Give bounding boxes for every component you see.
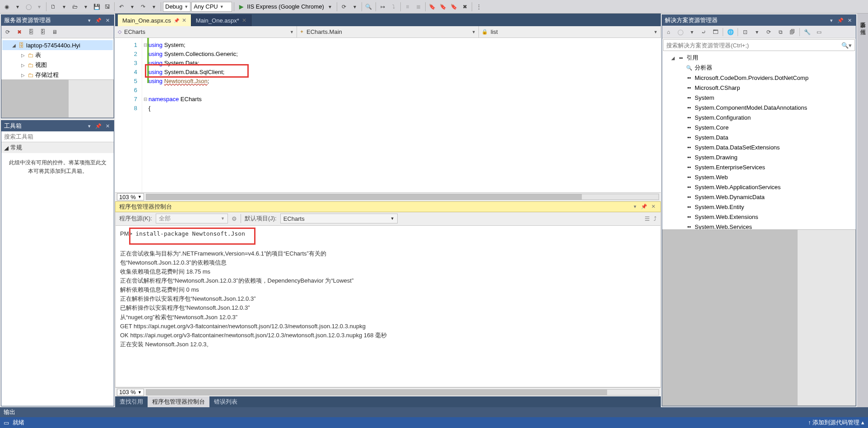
pin-icon[interactable]: 📌 — [174, 18, 179, 23]
reference-item[interactable]: ▪▪System.Configuration — [662, 112, 856, 122]
code-editor[interactable]: 12345678 ⊟⊟ using System;using System.Co… — [115, 38, 661, 192]
sync-icon[interactable]: ⤾ — [699, 28, 708, 37]
gear-icon[interactable]: ⚙ — [232, 215, 237, 222]
editor-zoom[interactable]: 103 %▼ — [117, 193, 144, 200]
close-icon[interactable]: ✕ — [650, 203, 657, 210]
overflow-icon[interactable]: ⋮ — [474, 2, 484, 12]
pmc-source-combo[interactable]: 全部▼ — [156, 214, 228, 223]
toolbox-search[interactable] — [1, 131, 114, 142]
editor-tab[interactable]: Main_One.aspx.cs📌✕ — [118, 14, 191, 26]
run-icon[interactable]: ▶ — [236, 2, 246, 12]
bookmark-prev-icon[interactable]: 🔖 — [449, 2, 459, 12]
bookmark-clear-icon[interactable]: ✖ — [460, 2, 470, 12]
search-icon[interactable]: 🔍▾ — [839, 42, 854, 49]
globe-icon[interactable]: 🌐 — [726, 28, 735, 37]
open-file-drop[interactable]: ▾ — [81, 2, 91, 12]
toolbox-category[interactable]: ◢常规 — [1, 142, 114, 153]
reference-item[interactable]: ▪▪System.EnterpriseServices — [662, 162, 856, 172]
reference-item[interactable]: ▪▪Microsoft.CodeDom.Providers.DotNetComp — [662, 73, 856, 83]
align-left-icon[interactable]: ≡ — [403, 2, 413, 12]
reference-item[interactable]: ▪▪System.Web.Entity — [662, 202, 856, 212]
close-icon[interactable]: ✕ — [182, 17, 186, 23]
save-all-icon[interactable]: 🖫 — [102, 2, 112, 12]
nav-back-icon[interactable]: ◉ — [2, 2, 12, 12]
run-drop[interactable]: ▾ — [325, 2, 335, 12]
tree-node[interactable]: ▷🗀存储过程 — [2, 70, 113, 79]
reference-item[interactable]: ▪▪System.Web.Extensions — [662, 212, 856, 222]
connect-db2-icon[interactable]: 🗄 — [38, 28, 47, 37]
console-zoom[interactable]: 103 %▼ — [117, 389, 144, 396]
redo-drop[interactable]: ▾ — [149, 2, 159, 12]
run-target[interactable]: IIS Express (Google Chrome) — [247, 3, 324, 10]
undo-drop[interactable]: ▾ — [127, 2, 137, 12]
undo-icon[interactable]: ↶ — [116, 2, 126, 12]
pin-icon[interactable]: 📌 — [95, 122, 102, 130]
reference-item[interactable]: ▪▪Microsoft.CSharp — [662, 83, 856, 93]
server-tree[interactable]: ◢🗄laptop-5745440o.Hyi ▷🗀表▷🗀视图▷🗀存储过程▷🗀函数▷… — [1, 38, 114, 79]
reference-item[interactable]: ▪▪System.Core — [662, 122, 856, 132]
open-file-icon[interactable]: 🗁 — [70, 2, 80, 12]
bottom-tab[interactable]: 错误列表 — [209, 396, 242, 407]
panel-menu-icon[interactable]: ▾ — [86, 17, 93, 24]
reference-item[interactable]: ▪▪System.Drawing — [662, 152, 856, 162]
stop-icon[interactable]: ✖ — [15, 28, 24, 37]
reference-item[interactable]: ▪▪System.Data — [662, 132, 856, 142]
diagnostics-tab[interactable]: 诊断工具 — [858, 16, 868, 20]
close-icon[interactable]: ✕ — [104, 17, 111, 24]
nav-back-arrow-icon[interactable]: ▾ — [13, 2, 23, 12]
back-icon[interactable]: ◯ — [676, 28, 685, 37]
nav-class[interactable]: ✦ECharts.Main▼ — [297, 26, 479, 37]
new-project-drop[interactable]: ▾ — [59, 2, 69, 12]
show-all-icon[interactable]: ⊡ — [741, 28, 750, 37]
home-icon[interactable]: ⌂ — [664, 28, 673, 37]
bookmark-icon[interactable]: 🔖 — [427, 2, 437, 12]
preview-icon[interactable]: ▭ — [814, 28, 823, 37]
reference-item[interactable]: ▪▪System.ComponentModel.DataAnnotations — [662, 102, 856, 112]
save-icon[interactable]: 💾 — [92, 2, 102, 12]
refresh-icon[interactable]: ⟳ — [764, 28, 773, 37]
editor-tab[interactable]: Main_One.aspx*✕ — [191, 14, 251, 26]
close-icon[interactable]: ✕ — [104, 122, 111, 130]
reference-item[interactable]: ▪▪System.Web — [662, 172, 856, 182]
nav-member[interactable]: 🔒list▼ — [479, 26, 661, 37]
pmc-output[interactable]: PM> install-package Newtonsoft.Json 正在尝试… — [115, 226, 661, 388]
pmc-project-combo[interactable]: ECharts▼ — [280, 214, 398, 223]
nav-scope[interactable]: ◇ECharts▼ — [115, 26, 297, 37]
new-project-icon[interactable]: 🗋 — [48, 2, 58, 12]
close-icon[interactable]: ✕ — [242, 17, 246, 23]
properties-icon[interactable]: 🔧 — [803, 28, 812, 37]
pin-icon[interactable]: 📌 — [837, 17, 844, 24]
pmc-opt1-icon[interactable]: ☰ — [645, 215, 650, 222]
reference-item[interactable]: ▪▪System.Web.Services — [662, 222, 856, 229]
solution-search[interactable] — [664, 42, 839, 49]
config-combo[interactable]: Debug▼ — [163, 2, 190, 12]
browser-refresh-icon[interactable]: ⟳ — [339, 2, 349, 12]
reference-item[interactable]: ▪▪System.Data.DataSetExtensions — [662, 142, 856, 152]
bottom-tab[interactable]: 查找引用 — [115, 396, 148, 407]
collapse-icon[interactable]: ⧉ — [776, 28, 785, 37]
nav-fwd-arrow-icon[interactable]: ▾ — [34, 2, 44, 12]
browser-drop[interactable]: ▾ — [350, 2, 360, 12]
bookmark-next-icon[interactable]: 🔖 — [438, 2, 448, 12]
close-icon[interactable]: ✕ — [846, 17, 853, 24]
pending-icon[interactable]: 🗔 — [711, 28, 720, 37]
status-scm[interactable]: ↑ 添加到源代码管理 ▴ — [808, 419, 864, 427]
find-icon[interactable]: 🔍 — [364, 2, 374, 12]
pmc-opt2-icon[interactable]: ⤴ — [654, 215, 657, 222]
copy-icon[interactable]: 🗐 — [788, 28, 797, 37]
back-drop[interactable]: ▾ — [687, 28, 696, 37]
reference-item[interactable]: ▪▪System — [662, 93, 856, 102]
step-into-icon[interactable]: ↦ — [378, 2, 388, 12]
align-right-icon[interactable]: ≣ — [413, 2, 423, 12]
tree-node[interactable]: ▷🗀表 — [2, 50, 113, 60]
platform-combo[interactable]: Any CPU▼ — [191, 2, 232, 12]
reference-item[interactable]: ▪▪System.Web.DynamicData — [662, 192, 856, 202]
connect-db-icon[interactable]: 🗄 — [27, 28, 36, 37]
refresh-icon[interactable]: ⟳ — [3, 28, 12, 37]
show-all-drop[interactable]: ▾ — [752, 28, 761, 37]
step-over-icon[interactable]: ⤵ — [389, 2, 399, 12]
pin-icon[interactable]: 📌 — [641, 203, 648, 210]
pin-icon[interactable]: 📌 — [95, 17, 102, 24]
connect-server-icon[interactable]: 🖥 — [50, 28, 59, 37]
panel-menu-icon[interactable]: ▾ — [631, 203, 639, 210]
